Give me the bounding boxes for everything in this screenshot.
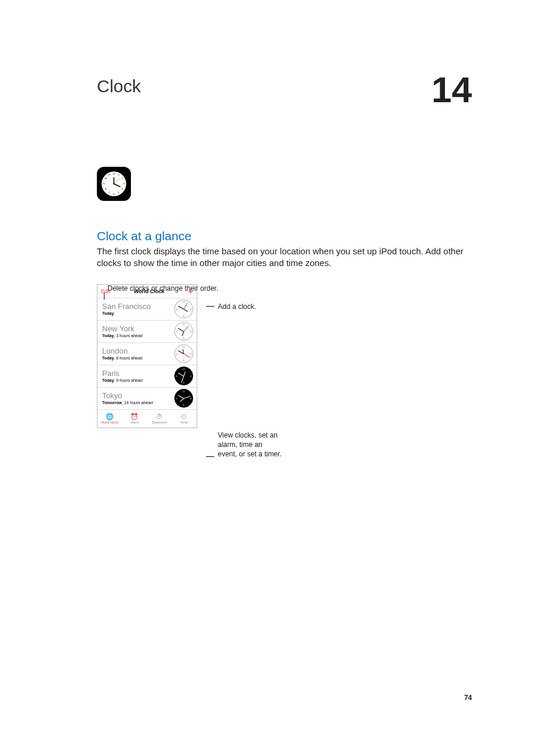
chapter-header: Clock 14 (97, 76, 472, 108)
clock-row[interactable]: ParisToday, 9 hours ahead12369 (97, 365, 197, 387)
section-subhead: Clock at a glance (97, 229, 472, 243)
callout-tabs: View clocks, set an alarm, time an event… (206, 431, 282, 459)
city-name: Tokyo (102, 392, 153, 400)
clock-row[interactable]: TokyoTomorrow, 16 hours ahead12369 (97, 387, 197, 409)
chapter-number: 14 (431, 72, 472, 108)
alarm-icon: ⏰ (130, 413, 139, 420)
world-clock-screen: Edit World Clock + San FranciscoToday123… (97, 284, 197, 428)
city-name: San Francisco (102, 302, 151, 311)
page-number: 74 (464, 694, 472, 702)
callout-edit-text: Delete clocks or change their order. (107, 284, 218, 293)
analog-clock-icon: 12369 (174, 300, 193, 318)
clock-app-icon: 1212 345 678 91011 (97, 167, 131, 201)
callout-add-text: Add a clock. (218, 302, 256, 311)
globe-icon: 🌐 (106, 413, 114, 420)
svg-text:10: 10 (104, 177, 107, 180)
city-name: London (102, 347, 143, 355)
tab-stopwatch[interactable]: ⏱Stopwatch (147, 410, 172, 428)
city-offset: Today, 9 hours ahead (102, 378, 143, 382)
timer-icon: ⏲ (181, 413, 187, 420)
callout-edit: Delete clocks or change their order. (107, 284, 218, 293)
callout-add: Add a clock. (206, 302, 256, 311)
tab-world-clock[interactable]: 🌐World Clock (97, 410, 122, 428)
tab-label: Alarm (130, 421, 139, 424)
analog-clock-icon: 12369 (174, 389, 193, 408)
tab-alarm[interactable]: ⏰Alarm (122, 410, 147, 428)
chapter-title: Clock (97, 76, 141, 96)
city-offset: Today, 3 hours ahead (102, 334, 143, 338)
city-offset: Tomorrow, 16 hours ahead (102, 401, 153, 405)
svg-text:11: 11 (108, 173, 111, 176)
city-name: Paris (102, 369, 143, 378)
section-body: The first clock displays the time based … (97, 246, 467, 270)
city-name: New York (102, 325, 143, 333)
tab-label: Timer (180, 421, 188, 424)
tab-label: Stopwatch (152, 421, 167, 424)
clock-row[interactable]: LondonToday, 8 hours ahead12369 (97, 342, 197, 365)
city-offset: Today (102, 311, 151, 315)
svg-point-16 (113, 183, 114, 184)
svg-text:12: 12 (113, 172, 116, 175)
analog-clock-icon: 12369 (174, 322, 193, 341)
tab-bar: 🌐World Clock⏰Alarm⏱Stopwatch⏲Timer (97, 409, 197, 428)
analog-clock-icon: 12369 (174, 344, 193, 363)
stopwatch-icon: ⏱ (156, 413, 163, 420)
callout-tabs-text: View clocks, set an alarm, time an event… (218, 431, 282, 459)
figure: Delete clocks or change their order. Add… (97, 284, 472, 428)
analog-clock-icon: 12369 (174, 367, 193, 385)
tab-label: World Clock (101, 421, 119, 424)
clock-row[interactable]: New YorkToday, 3 hours ahead12369 (97, 320, 197, 342)
clock-row[interactable]: San FranciscoToday12369 (97, 298, 197, 320)
tab-timer[interactable]: ⏲Timer (172, 410, 197, 428)
city-offset: Today, 8 hours ahead (102, 356, 143, 360)
